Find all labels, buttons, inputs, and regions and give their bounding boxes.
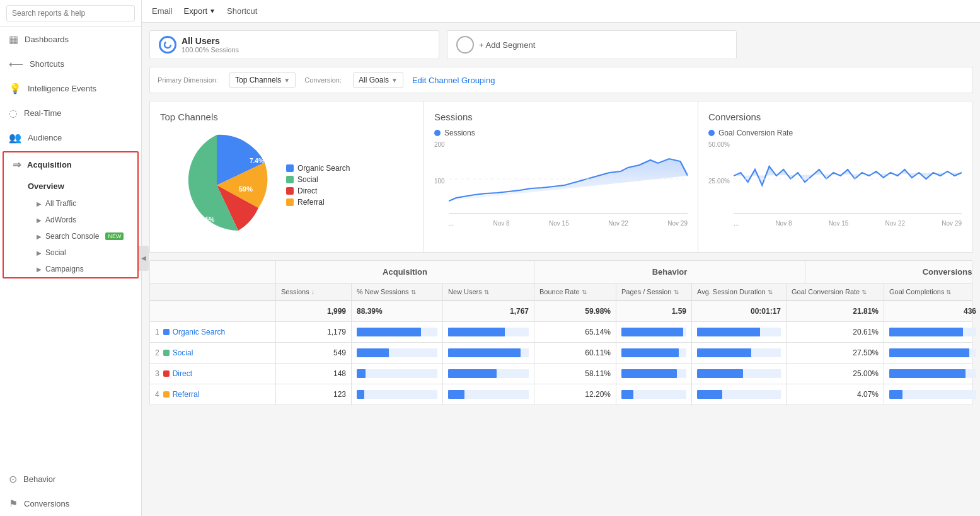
row4-pages-bar-fill xyxy=(621,390,633,399)
row2-pct-new xyxy=(352,343,443,363)
collapse-icon: ▶ xyxy=(37,249,42,256)
col-header-new-users[interactable]: New Users ⇅ xyxy=(443,284,534,300)
sidebar-collapse-button[interactable]: ◀ xyxy=(139,246,149,271)
total-row: 1,999 88.39% 1,767 59.98% 1.59 00:01:17 … xyxy=(150,301,972,322)
col-group-empty xyxy=(150,261,276,283)
acquisition-icon: ⇒ xyxy=(13,159,21,171)
search-input[interactable] xyxy=(6,5,135,21)
sidebar-item-behavior[interactable]: ⊙ Behavior xyxy=(0,467,141,491)
sidebar-item-label: Behavior xyxy=(23,474,55,484)
sidebar-item-audience[interactable]: 👥 Audience xyxy=(0,125,141,150)
col-group-behavior: Behavior xyxy=(534,261,805,283)
dropdown-arrow-icon: ▼ xyxy=(391,77,398,84)
total-label xyxy=(150,301,276,321)
email-button[interactable]: Email xyxy=(151,6,174,16)
row4-pages-bar-bg xyxy=(621,390,686,399)
total-pages: 1.59 xyxy=(616,301,692,321)
row2-pages-bar-fill xyxy=(621,348,679,357)
legend-dot-organic xyxy=(286,164,294,172)
row4-pages xyxy=(616,384,692,404)
col-group-acquisition: Acquisition xyxy=(276,261,534,283)
col-group-conversions: Conversions xyxy=(805,261,980,283)
row2-link[interactable]: Social xyxy=(173,348,193,357)
primary-dimension-label: Primary Dimension: xyxy=(158,76,218,84)
all-goals-select[interactable]: All Goals ▼ xyxy=(353,72,403,88)
col-header-channel[interactable] xyxy=(150,284,276,300)
legend-direct: Direct xyxy=(286,186,350,195)
row3-comp-bar-bg xyxy=(889,369,976,378)
legend-label-social: Social xyxy=(297,175,318,184)
row3-users-bar-bg xyxy=(448,369,529,378)
legend-organic: Organic Search xyxy=(286,164,350,173)
row1-bounce: 65.14% xyxy=(534,322,616,342)
row1-pages-bar-bg xyxy=(621,328,686,336)
sidebar-item-acquisition[interactable]: ⇒ Acquisition xyxy=(4,152,137,177)
y-label-50pct: 50.00% xyxy=(708,141,730,148)
export-dropdown[interactable]: Export ▼ xyxy=(184,6,216,16)
legend-label-organic: Organic Search xyxy=(297,164,350,173)
total-duration: 00:01:17 xyxy=(692,301,787,321)
sidebar-item-intelligence[interactable]: 💡 Intelligence Events xyxy=(0,76,141,101)
main-content: All Users 100.00% Sessions + Add Segment… xyxy=(142,23,980,516)
row4-link[interactable]: Referral xyxy=(173,390,200,399)
sidebar: ▦ Dashboards ⟵ Shortcuts 💡 Intelligence … xyxy=(0,0,142,516)
sidebar-sub-social[interactable]: ▶ Social xyxy=(4,244,137,261)
legend-label-referral: Referral xyxy=(297,198,325,207)
collapse-icon: ▶ xyxy=(37,200,42,207)
row1-dur-bar-bg xyxy=(697,328,781,336)
shortcut-button[interactable]: Shortcut xyxy=(226,6,258,16)
sidebar-sub-campaigns[interactable]: ▶ Campaigns xyxy=(4,261,137,277)
edit-channel-link[interactable]: Edit Channel Grouping xyxy=(412,76,495,85)
legend-label-direct: Direct xyxy=(297,186,317,195)
sidebar-sub-search-console[interactable]: ▶ Search Console NEW xyxy=(4,228,137,244)
add-segment-chip[interactable]: + Add Segment xyxy=(447,30,737,59)
row1-link[interactable]: Organic Search xyxy=(173,328,225,336)
all-users-segment[interactable]: All Users 100.00% Sessions xyxy=(149,30,439,59)
conversions-metric: Goal Conversion Rate xyxy=(708,129,962,137)
pie-chart-title: Top Channels xyxy=(160,112,413,122)
sidebar-sub-adwords[interactable]: ▶ AdWords xyxy=(4,212,137,228)
sidebar-sub-overview[interactable]: Overview xyxy=(4,177,137,195)
svg-text:27.5%: 27.5% xyxy=(197,216,214,223)
col-header-pct-new[interactable]: % New Sessions ⇅ xyxy=(352,284,443,300)
conversions-line-svg xyxy=(734,141,962,217)
col-header-completions[interactable]: Goal Completions ⇅ xyxy=(884,284,980,300)
top-channels-select[interactable]: Top Channels ▼ xyxy=(229,72,296,88)
row1-pct-new xyxy=(352,322,443,342)
row4-rank: 4 xyxy=(155,390,159,399)
row1-channel: 1 Organic Search xyxy=(150,322,276,342)
intelligence-icon: 💡 xyxy=(9,83,21,95)
x-label-nov8-2: Nov 8 xyxy=(775,220,792,227)
col-header-duration[interactable]: Avg. Session Duration ⇅ xyxy=(692,284,787,300)
col-header-goal-conv[interactable]: Goal Conversion Rate ⇅ xyxy=(787,284,884,300)
row1-users-bar-fill xyxy=(448,328,505,336)
dashboards-icon: ▦ xyxy=(9,33,18,45)
legend-dot-social xyxy=(286,176,294,183)
row2-pct-bar-bg xyxy=(357,348,437,357)
row2-goal-conv: 27.50% xyxy=(787,343,884,363)
col-header-sessions[interactable]: Sessions ↓ xyxy=(276,284,352,300)
row3-pages-bar-fill xyxy=(621,369,677,378)
table-row: 2 Social 549 60.11% 27.50% xyxy=(150,343,972,364)
row2-bounce: 60.11% xyxy=(534,343,616,363)
sidebar-sub-all-traffic[interactable]: ▶ All Traffic xyxy=(4,195,137,212)
y-label-100: 100 xyxy=(434,178,445,185)
col-header-pages[interactable]: Pages / Session ⇅ xyxy=(616,284,692,300)
sidebar-item-label: Conversions xyxy=(24,499,69,508)
sidebar-item-shortcuts[interactable]: ⟵ Shortcuts xyxy=(0,52,141,76)
row1-sessions: 1,179 xyxy=(276,322,352,342)
x-label-dots: ... xyxy=(449,220,454,227)
sidebar-item-conversions[interactable]: ⚑ Conversions xyxy=(0,491,141,516)
row2-comp-bar-bg xyxy=(889,348,976,357)
y-label-200: 200 xyxy=(434,141,445,148)
sidebar-item-dashboards[interactable]: ▦ Dashboards xyxy=(0,27,141,52)
y-label-25pct: 25.00% xyxy=(708,178,730,185)
row3-pages xyxy=(616,364,692,384)
sidebar-item-realtime[interactable]: ◌ Real-Time xyxy=(0,101,141,125)
row3-link[interactable]: Direct xyxy=(173,369,192,378)
sidebar-search-container xyxy=(0,0,141,27)
row1-pages-bar-fill xyxy=(621,328,683,336)
conversions-chart-title: Conversions xyxy=(708,112,962,122)
col-header-bounce[interactable]: Bounce Rate ⇅ xyxy=(534,284,616,300)
x-label-nov22-2: Nov 22 xyxy=(885,220,905,227)
